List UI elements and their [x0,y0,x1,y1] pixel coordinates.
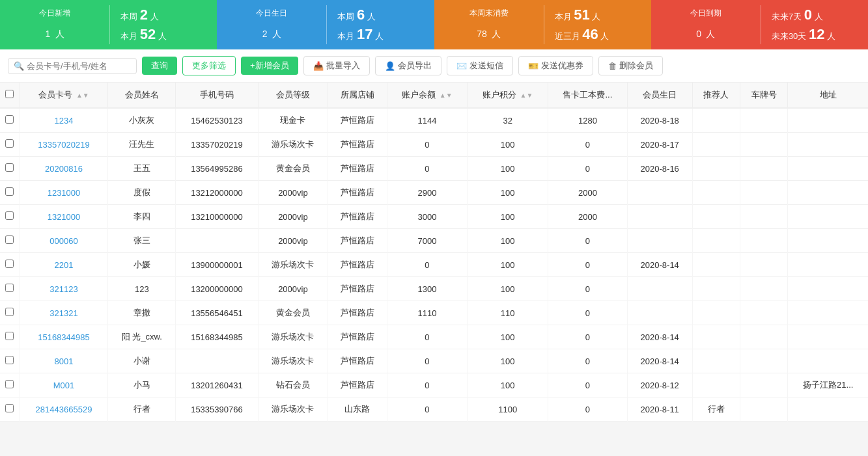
cell-level: 2000vip [258,205,328,229]
stats-bar: 今日新增 1 人 本周 2 人 本月 52 人 今日生日 2 [0,0,868,49]
send-sms-button[interactable]: ✉️ 发送短信 [447,56,513,75]
row-checkbox[interactable] [5,308,14,316]
batch-import-button[interactable]: 📥 批量导入 [303,56,370,75]
more-filter-button[interactable]: 更多筛选 [182,56,236,75]
cell-plate [740,229,788,253]
delete-member-button[interactable]: 🗑 删除会员 [598,56,663,75]
cell-level: 钻石会员 [258,373,328,397]
cell-fee: 0 [548,253,628,277]
row-checkbox[interactable] [5,139,14,148]
cell-balance: 7000 [387,229,468,253]
select-all-checkbox[interactable] [5,90,14,98]
cell-card[interactable]: 15168344985 [20,325,108,349]
cell-card[interactable]: 13357020219 [20,133,108,157]
cell-card[interactable]: 000060 [20,229,108,253]
cell-phone: 15168344985 [176,325,259,349]
row-checkbox-cell[interactable] [0,133,20,157]
table-row: 1321000 李四 13210000000 2000vip 芦恒路店 3000… [0,205,868,229]
cell-name: 小谢 [108,349,176,373]
cell-card[interactable]: 1231000 [20,181,108,205]
col-referrer: 推荐人 [692,83,740,108]
stats-month-birthday-row: 本月 17 人 [337,26,423,43]
row-checkbox[interactable] [5,332,14,340]
col-phone: 手机号码 [176,83,259,108]
cell-referrer [692,325,740,349]
cell-referrer [692,373,740,397]
cell-name: 小灰灰 [108,108,176,133]
row-checkbox[interactable] [5,211,14,220]
row-checkbox-cell[interactable] [0,301,20,325]
send-coupon-button[interactable]: 🎫 发送优惠券 [518,56,593,75]
cell-card[interactable]: 1234 [20,108,108,133]
cell-card[interactable]: 8001 [20,349,108,373]
cell-referrer [692,157,740,181]
row-checkbox[interactable] [5,260,14,268]
row-checkbox-cell[interactable] [0,253,20,277]
row-checkbox[interactable] [5,356,14,364]
cell-points: 100 [468,229,548,253]
sms-icon: ✉️ [456,61,467,71]
cell-birthday: 2020-8-17 [627,133,692,157]
row-checkbox-cell[interactable] [0,349,20,373]
cell-referrer [692,205,740,229]
cell-plate [740,373,788,397]
stats-week-birthday-row: 本周 6 人 [337,7,423,23]
cell-phone [176,349,259,373]
cell-points: 100 [468,133,548,157]
cell-fee: 0 [548,301,628,325]
row-checkbox-cell[interactable] [0,157,20,181]
export-button[interactable]: 👤 会员导出 [375,56,441,75]
row-checkbox[interactable] [5,380,14,388]
cell-card[interactable]: 321123 [20,277,108,301]
stats-30day-expire-row: 未来30天 12 人 [772,26,858,43]
cell-fee: 0 [548,133,628,157]
row-checkbox-cell[interactable] [0,277,20,301]
toolbar: 🔍 查询 更多筛选 +新增会员 📥 批量导入 👤 会员导出 ✉️ 发送短信 🎫 … [0,49,868,83]
row-checkbox[interactable] [5,284,14,292]
sort-card-icon[interactable]: ▲▼ [76,92,89,99]
cell-points: 100 [468,373,548,397]
cell-referrer [692,349,740,373]
select-all-header[interactable] [0,83,20,108]
row-checkbox-cell[interactable] [0,229,20,253]
person-icon: 👤 [385,61,395,71]
cell-level: 黄金会员 [258,157,328,181]
cell-card[interactable]: 321321 [20,301,108,325]
cell-card[interactable]: 1321000 [20,205,108,229]
row-checkbox-cell[interactable] [0,181,20,205]
add-member-button[interactable]: +新增会员 [241,57,298,75]
cell-shop: 芦恒路店 [328,133,387,157]
query-button[interactable]: 查询 [142,57,177,75]
cell-level: 游乐场次卡 [258,133,328,157]
row-checkbox-cell[interactable] [0,205,20,229]
row-checkbox-cell[interactable] [0,397,20,422]
row-checkbox-cell[interactable] [0,373,20,397]
sort-points-icon[interactable]: ▲▼ [520,92,533,99]
cell-card[interactable]: 281443665529 [20,397,108,422]
cell-balance: 0 [387,373,468,397]
search-wrap[interactable]: 🔍 [8,58,137,74]
cell-card[interactable]: 20200816 [20,157,108,181]
delete-icon: 🗑 [608,61,617,71]
row-checkbox[interactable] [5,115,14,124]
row-checkbox-cell[interactable] [0,325,20,349]
cell-phone: 13900000001 [176,253,259,277]
cell-points: 100 [468,157,548,181]
cell-points: 100 [468,277,548,301]
member-table-wrap: 会员卡号 ▲▼ 会员姓名 手机号码 会员等级 所属店铺 账户余额 ▲▼ 账户积分… [0,83,868,422]
cell-phone: 13564995286 [176,157,259,181]
search-input[interactable] [27,61,131,71]
row-checkbox[interactable] [5,163,14,172]
row-checkbox[interactable] [5,187,14,196]
row-checkbox-cell[interactable] [0,108,20,133]
cell-plate [740,133,788,157]
row-checkbox[interactable] [5,235,14,244]
sort-balance-icon[interactable]: ▲▼ [440,92,453,99]
col-card: 会员卡号 ▲▼ [20,83,108,108]
cell-shop: 芦恒路店 [328,325,387,349]
cell-card[interactable]: 2201 [20,253,108,277]
cell-card[interactable]: M001 [20,373,108,397]
row-checkbox[interactable] [5,404,14,412]
cell-address [788,325,868,349]
cell-name: 汪先生 [108,133,176,157]
